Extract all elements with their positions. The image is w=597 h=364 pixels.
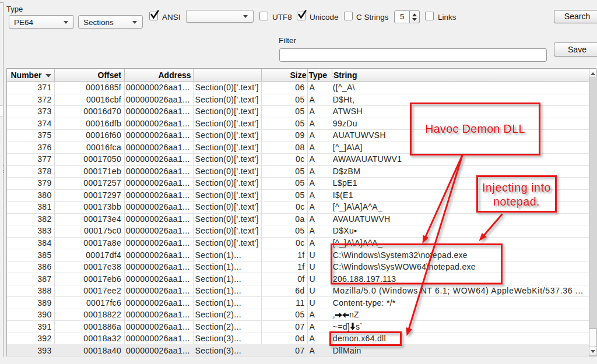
svg-text:Injecting into: Injecting into	[482, 181, 551, 194]
svg-text:Havoc Demon DLL: Havoc Demon DLL	[425, 122, 525, 135]
svg-text:notepad.: notepad.	[493, 195, 540, 208]
